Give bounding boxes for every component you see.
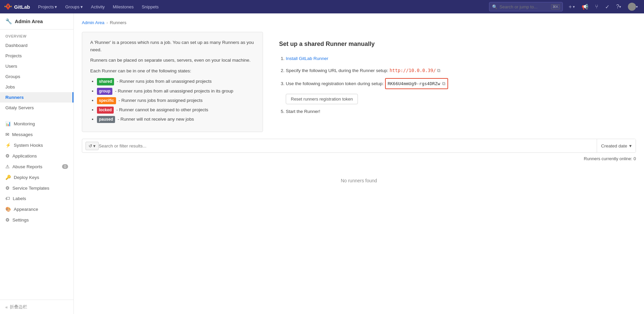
setup-step-reset: Reset runners registration token — [279, 92, 451, 104]
content-area: A 'Runner' is a process which runs a job… — [82, 32, 636, 132]
sidebar-header: 🔧 Admin Area — [0, 13, 73, 29]
specific-badge: specific — [97, 97, 116, 104]
sidebar-item-gitaly-servers[interactable]: Gitaly Servers — [0, 103, 73, 113]
sidebar-item-service-templates[interactable]: ⚙ Service Templates — [0, 183, 73, 193]
key-icon: 🔑 — [5, 175, 11, 180]
help-button[interactable]: ? ▾ — [614, 2, 623, 11]
collapse-sidebar-button[interactable]: « 折叠边栏 — [0, 300, 73, 314]
nav-activity[interactable]: Activity — [88, 0, 107, 13]
sidebar-item-users[interactable]: Users — [0, 61, 73, 71]
breadcrumb-parent-link[interactable]: Admin Area — [82, 20, 104, 25]
token-box: RK66U4mmUg9-rgs4DRZw ⧉ — [385, 78, 448, 89]
help-icon: ? — [616, 4, 619, 10]
setup-step-1: Install GitLab Runner — [286, 55, 451, 63]
monitoring-icon: 📊 — [5, 121, 11, 126]
chevron-down-icon: ▾ — [636, 5, 638, 9]
states-list: shared - Runner runs jobs from all unass… — [90, 78, 255, 123]
broadcast-icon[interactable]: 📢 — [580, 2, 590, 11]
sidebar-item-groups[interactable]: Groups — [0, 71, 73, 82]
nav-milestones[interactable]: Milestones — [110, 0, 136, 13]
created-date-sort-button[interactable]: Created date ▾ — [597, 139, 636, 152]
list-item: locked - Runner cannot be assigned to ot… — [97, 106, 255, 114]
plus-icon: ＋ — [568, 3, 573, 10]
applications-icon: ⚙ — [5, 153, 10, 159]
shared-badge: shared — [97, 78, 114, 85]
install-runner-link[interactable]: Install GitLab Runner — [286, 56, 328, 61]
gitlab-logo[interactable]: GitLab — [4, 3, 30, 11]
sidebar-item-settings[interactable]: ⚙ Settings — [0, 214, 73, 225]
info-intro-2: Runners can be placed on separate users,… — [90, 57, 255, 64]
global-search-input[interactable] — [499, 4, 549, 9]
sidebar-item-abuse-reports[interactable]: ⚠ Abuse Reports 0 — [0, 161, 73, 172]
sidebar-item-jobs[interactable]: Jobs — [0, 82, 73, 92]
sidebar-item-projects[interactable]: Projects — [0, 51, 73, 61]
nav-groups[interactable]: Groups ▾ — [62, 0, 86, 13]
nav-snippets[interactable]: Snippets — [139, 0, 161, 13]
info-intro-1: A 'Runner' is a process which runs a job… — [90, 39, 255, 53]
nav-projects[interactable]: Projects ▾ — [36, 0, 60, 13]
sidebar-item-deploy-keys[interactable]: 🔑 Deploy Keys — [0, 172, 73, 183]
list-item: group - Runner runs jobs from all unassi… — [97, 87, 255, 95]
top-navigation: GitLab Projects ▾ Groups ▾ Activity Mile… — [0, 0, 644, 13]
setup-panel: Set up a shared Runner manually Install … — [271, 32, 459, 132]
main-content: Admin Area › Runners A 'Runner' is a pro… — [74, 13, 644, 314]
search-input[interactable] — [99, 143, 593, 148]
sidebar-item-messages[interactable]: ✉ Messages — [0, 129, 73, 140]
group-badge: group — [97, 88, 112, 95]
new-item-button[interactable]: ＋ ▾ — [566, 2, 577, 12]
sidebar-item-monitoring[interactable]: 📊 Monitoring — [0, 118, 73, 129]
setup-step-2: Specify the following URL during the Run… — [286, 66, 451, 75]
sidebar: 🔧 Admin Area Overview Dashboard Projects… — [0, 13, 74, 314]
user-avatar-button[interactable]: ▾ — [626, 1, 640, 12]
sidebar-title: Admin Area — [15, 18, 43, 24]
global-search-box[interactable]: 🔍 ⌘K — [489, 2, 563, 11]
settings-icon: ⚙ — [5, 217, 10, 223]
sidebar-item-labels[interactable]: 🏷 Labels — [0, 193, 73, 204]
runners-online-status: Runners currently online: 0 — [82, 153, 636, 165]
states-intro: Each Runner can be in one of the followi… — [90, 67, 255, 75]
gitlab-fox-icon — [4, 3, 12, 11]
chevron-down-icon: ▾ — [629, 143, 632, 148]
copy-url-button[interactable]: ⧉ — [437, 68, 440, 73]
todo-icon[interactable]: ✓ — [603, 2, 611, 11]
setup-step-3: Use the following registration token dur… — [286, 78, 451, 89]
sidebar-item-runners[interactable]: Runners — [0, 92, 73, 103]
wrench-icon: 🔧 — [5, 18, 12, 24]
breadcrumb: Admin Area › Runners — [82, 20, 636, 25]
sidebar-other-section: 📊 Monitoring ✉ Messages ⚡ System Hooks ⚙… — [0, 116, 73, 228]
reset-registration-token-button[interactable]: Reset runners registration token — [286, 94, 358, 104]
messages-icon: ✉ — [5, 132, 9, 137]
hooks-icon: ⚡ — [5, 142, 11, 148]
sidebar-section-overview-title: Overview — [0, 32, 73, 40]
token-value: RK66U4mmUg9-rgs4DRZw — [388, 80, 440, 87]
filter-row: ↺ ▾ Created date ▾ — [82, 139, 636, 153]
setup-step-4: Start the Runner! — [286, 108, 451, 116]
copy-token-button[interactable]: ⧉ — [442, 79, 445, 88]
label-icon: 🏷 — [5, 196, 10, 201]
sidebar-item-system-hooks[interactable]: ⚡ System Hooks — [0, 140, 73, 150]
chevron-down-icon: ▾ — [93, 143, 96, 148]
list-item: paused - Runner will not receive any new… — [97, 116, 255, 123]
avatar — [628, 3, 636, 11]
paused-badge: paused — [97, 116, 115, 123]
search-icon: 🔍 — [492, 4, 497, 9]
sort-label: Created date — [601, 143, 627, 148]
setup-steps: Install GitLab Runner Specify the follow… — [279, 55, 451, 116]
chevron-down-icon: ▾ — [619, 5, 621, 9]
sidebar-item-appearance[interactable]: 🎨 Appearance — [0, 204, 73, 214]
chevron-down-icon: ▾ — [573, 5, 575, 9]
runner-url-value: http://10.0.0.39/ — [389, 68, 436, 73]
sidebar-item-applications[interactable]: ⚙ Applications — [0, 150, 73, 161]
abuse-icon: ⚠ — [5, 164, 10, 169]
list-item: specific - Runner runs jobs from assigne… — [97, 97, 255, 104]
sidebar-item-dashboard[interactable]: Dashboard — [0, 40, 73, 51]
sidebar-overview-section: Overview Dashboard Projects Users Groups… — [0, 29, 73, 116]
template-icon: ⚙ — [5, 185, 10, 191]
filter-section: ↺ ▾ Created date ▾ Runners currently onl… — [82, 139, 636, 197]
filter-reset-button[interactable]: ↺ ▾ — [86, 142, 99, 150]
merge-request-icon[interactable]: ⑂ — [593, 2, 600, 11]
locked-badge: locked — [97, 107, 114, 114]
chevron-down-icon: ▾ — [80, 4, 83, 9]
filter-left: ↺ ▾ — [82, 142, 597, 150]
setup-title: Set up a shared Runner manually — [279, 39, 451, 49]
